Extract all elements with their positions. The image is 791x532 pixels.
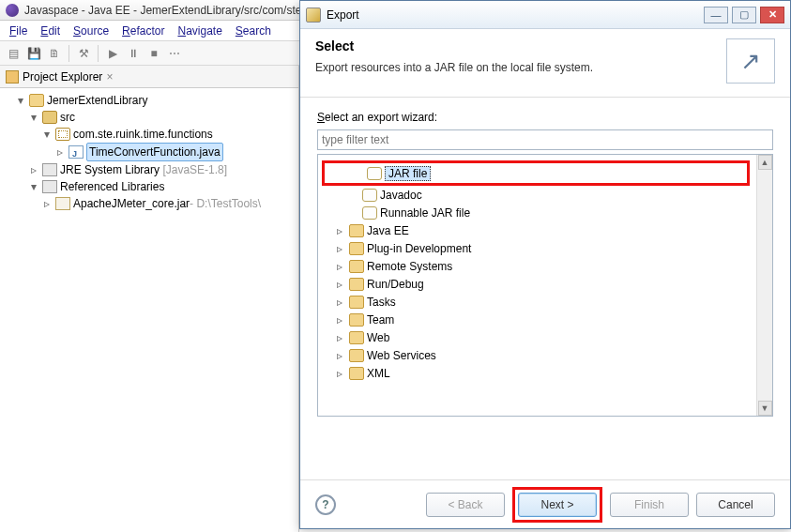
help-button[interactable]: ? xyxy=(315,494,336,515)
folder-icon xyxy=(349,296,364,309)
wizard-category-label: Team xyxy=(367,313,394,327)
library-icon xyxy=(42,180,57,193)
jre-env-label: [JavaSE-1.8] xyxy=(162,161,227,178)
jar-icon xyxy=(55,197,70,210)
wizard-category-label: Remote Systems xyxy=(367,260,452,273)
debug-icon[interactable]: ⏸ xyxy=(124,44,143,63)
project-tree[interactable]: ▾JemerExtendLibrary ▾src ▾com.ste.ruink.… xyxy=(0,88,298,216)
filter-input[interactable] xyxy=(317,129,773,150)
wizard-category[interactable]: ▹Remote Systems xyxy=(320,257,770,275)
next-button[interactable]: Next > xyxy=(518,493,597,517)
dialog-titlebar[interactable]: Export — ▢ ✕ xyxy=(300,1,790,29)
wizard-category[interactable]: ▹Web Services xyxy=(320,346,770,364)
jar-path-label: - D:\TestTools\ xyxy=(190,195,261,212)
folder-icon xyxy=(349,331,364,344)
runnable-jar-icon xyxy=(362,206,377,220)
project-explorer-label: Project Explorer xyxy=(23,70,102,84)
wizard-category[interactable]: ▹Run/Debug xyxy=(320,275,770,293)
project-icon xyxy=(29,94,44,107)
export-banner-icon: ↗ xyxy=(726,38,775,84)
dialog-header: Select Export resources into a JAR file … xyxy=(300,29,790,98)
wizard-item-label: Runnable JAR file xyxy=(380,206,470,220)
wizard-category[interactable]: ▹Web xyxy=(320,328,770,346)
folder-icon xyxy=(349,313,364,327)
project-explorer-view: Project Explorer × ▾JemerExtendLibrary ▾… xyxy=(0,66,299,532)
wizard-category-label: Run/Debug xyxy=(367,278,424,291)
scroll-up-icon[interactable]: ▲ xyxy=(758,155,772,170)
menu-source[interactable]: Source xyxy=(73,24,109,38)
folder-icon xyxy=(349,242,364,255)
folder-icon xyxy=(349,224,364,237)
wizard-category-label: Plug-in Development xyxy=(367,242,471,255)
wizard-category[interactable]: ▹XML xyxy=(320,364,770,382)
wizard-category-label: XML xyxy=(367,367,390,380)
wizard-select-label: Select an export wizard: xyxy=(317,111,773,124)
cancel-button[interactable]: Cancel xyxy=(696,493,775,517)
folder-icon xyxy=(349,260,364,273)
java-file-node[interactable]: ▹TimeConvertFunction.java xyxy=(2,143,297,161)
wizard-category-label: Web Services xyxy=(367,349,436,362)
save-all-icon[interactable]: 🗎 xyxy=(45,44,64,63)
stop-icon[interactable]: ■ xyxy=(145,44,163,63)
wizard-category-label: Tasks xyxy=(367,296,396,309)
menu-refactor[interactable]: Refactor xyxy=(122,24,164,38)
wizard-runnable-jar[interactable]: Runnable JAR file xyxy=(320,204,770,221)
menu-search[interactable]: Search xyxy=(236,24,271,38)
eclipse-icon xyxy=(6,4,19,17)
dialog-title: Export xyxy=(327,8,359,22)
new-icon[interactable]: ▤ xyxy=(4,44,23,63)
jar-file-icon xyxy=(367,167,382,180)
src-node[interactable]: ▾src xyxy=(2,109,297,126)
jre-node[interactable]: ▹JRE System Library [JavaSE-1.8] xyxy=(2,161,297,178)
wizard-category[interactable]: ▹Tasks xyxy=(320,293,770,311)
scrollbar[interactable]: ▲ ▼ xyxy=(756,155,772,416)
dialog-footer: ? < Back Next > Finish Cancel xyxy=(300,479,790,528)
menu-edit[interactable]: Edit xyxy=(40,24,60,38)
project-explorer-tab[interactable]: Project Explorer × xyxy=(0,66,298,88)
src-folder-icon xyxy=(42,111,57,124)
referenced-lib-node[interactable]: ▾Referenced Libraries xyxy=(2,178,297,195)
wizard-javadoc[interactable]: Javadoc xyxy=(320,186,770,204)
wizard-category[interactable]: ▹Java EE xyxy=(320,221,770,239)
maximize-button[interactable]: ▢ xyxy=(732,7,756,23)
minimize-button[interactable]: — xyxy=(704,7,728,23)
save-icon[interactable]: 💾 xyxy=(24,44,43,63)
wizard-jar-file[interactable]: JAR file xyxy=(325,164,747,182)
project-node[interactable]: ▾JemerExtendLibrary xyxy=(2,92,297,109)
package-label: com.ste.ruink.time.functions xyxy=(73,126,213,143)
jar-node[interactable]: ▹ApacheJMeter_core.jar - D:\TestTools\ xyxy=(2,195,297,212)
wizard-category[interactable]: ▹Team xyxy=(320,311,770,328)
java-file-label: TimeConvertFunction.java xyxy=(86,143,223,161)
jar-label: ApacheJMeter_core.jar xyxy=(73,195,190,212)
java-file-icon xyxy=(68,145,84,159)
package-icon xyxy=(55,128,70,141)
menu-file[interactable]: File xyxy=(9,24,27,38)
dialog-header-desc: Export resources into a JAR file on the … xyxy=(315,61,593,74)
folder-icon xyxy=(349,278,364,291)
project-label: JemerExtendLibrary xyxy=(47,92,147,109)
wizard-item-label: JAR file xyxy=(385,166,431,181)
build-icon[interactable]: ⚒ xyxy=(74,44,93,63)
project-explorer-icon xyxy=(6,70,19,84)
scroll-down-icon[interactable]: ▼ xyxy=(758,401,772,416)
wizard-category-label: Web xyxy=(367,331,389,344)
close-icon[interactable]: × xyxy=(106,70,113,84)
run-icon[interactable]: ▶ xyxy=(103,44,122,63)
wizard-category-label: Java EE xyxy=(367,224,409,237)
package-node[interactable]: ▾com.ste.ruink.time.functions xyxy=(2,126,297,143)
close-button[interactable]: ✕ xyxy=(760,7,784,23)
misc-icon[interactable]: ⋯ xyxy=(165,44,184,63)
menu-navigate[interactable]: Navigate xyxy=(177,24,221,38)
javadoc-icon xyxy=(362,189,377,202)
folder-icon xyxy=(349,349,364,362)
wizard-item-label: Javadoc xyxy=(380,189,422,202)
folder-icon xyxy=(349,367,364,380)
dialog-header-title: Select xyxy=(315,38,593,53)
back-button: < Back xyxy=(426,493,505,517)
wizard-tree[interactable]: JAR file Javadoc Runnable JAR file ▹Java… xyxy=(317,154,773,417)
next-highlight: Next > xyxy=(512,487,602,523)
finish-button: Finish xyxy=(610,493,689,517)
jre-label: JRE System Library xyxy=(60,161,160,178)
wizard-category[interactable]: ▹Plug-in Development xyxy=(320,239,770,257)
export-dialog: Export — ▢ ✕ Select Export resources int… xyxy=(299,0,791,529)
